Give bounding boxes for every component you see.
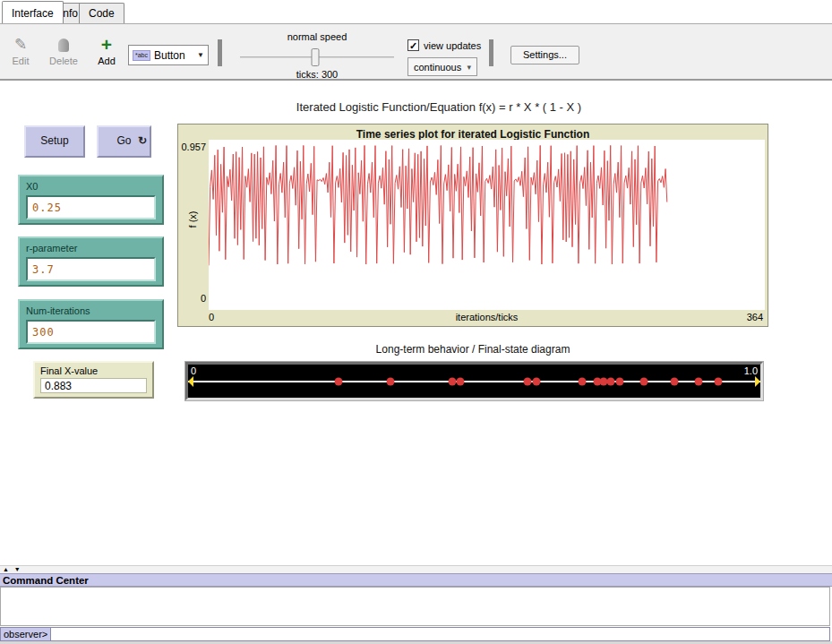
forever-icon: ↻ (138, 127, 147, 155)
view-updates-checkbox[interactable]: ✓ (407, 39, 419, 51)
attractor-dot (671, 377, 679, 385)
r-parameter-label: r-parameter (26, 243, 156, 253)
attractor-dot (714, 377, 722, 385)
netlogo-window: Interface Info Code ✎ Edit Delete + Add … (0, 0, 832, 644)
final-x-value: 0.883 (40, 378, 147, 393)
resize-arrows-icon[interactable]: ▲ ▼ (3, 566, 22, 572)
toolbar: ✎ Edit Delete + Add *abc Button ▼ normal… (0, 23, 832, 81)
chevron-down-icon: ▼ (197, 51, 204, 59)
time-series-plot: Time series plot for iterated Logistic F… (177, 124, 768, 327)
final-state-title: Long-term behavior / Final-state diagram (177, 343, 768, 356)
r-parameter-field[interactable] (26, 257, 156, 281)
model-title: Iterated Logistic Function/Equation f(x)… (18, 100, 832, 114)
x0-label: X0 (26, 181, 156, 192)
command-center-output[interactable] (0, 587, 830, 626)
x-axis-title: iterations/ticks (209, 312, 765, 322)
y-axis-title: f (x) (187, 193, 198, 246)
attractor-dot (694, 377, 702, 385)
x0-field[interactable] (26, 195, 156, 219)
scale-min-label: 0 (191, 365, 196, 376)
x-axis-max-label: 364 (747, 312, 763, 322)
attractor-dot (456, 377, 464, 385)
chevron-down-icon: ▾ (467, 63, 471, 72)
speed-slider[interactable] (240, 48, 394, 66)
right-arrow-icon (755, 376, 760, 387)
go-button[interactable]: Go ↻ (97, 125, 151, 158)
plot-canvas (209, 140, 765, 310)
toolbar-separator (489, 39, 493, 66)
num-iterations-label: Num-iterations (26, 305, 156, 316)
ticks-counter: ticks: 300 (235, 69, 399, 80)
tab-interface[interactable]: Interface (2, 1, 64, 23)
edit-button[interactable]: ✎ Edit (5, 36, 36, 66)
attractor-dot (523, 377, 531, 385)
update-mode-dropdown[interactable]: continuous ▾ (407, 57, 477, 76)
y-axis-min-label: 0 (178, 293, 206, 304)
toolbar-separator (218, 39, 222, 66)
time-series-line (209, 140, 765, 310)
tab-bar: Interface Info Code (0, 0, 832, 23)
num-iterations-field[interactable] (26, 320, 156, 344)
left-arrow-icon (188, 376, 193, 387)
attractor-dot (639, 377, 648, 385)
eraser-icon (45, 36, 82, 54)
final-x-label: Final X-value (40, 365, 147, 376)
command-center-input-row: observer> (0, 627, 830, 641)
widget-type-value: Button (154, 49, 193, 62)
plot-title: Time series plot for iterated Logistic F… (178, 128, 768, 141)
view-updates-label: view updates (424, 40, 481, 51)
input-widget-r-parameter: r-parameter (18, 236, 164, 287)
final-x-monitor: Final X-value 0.883 (33, 361, 154, 399)
tab-code[interactable]: Code (79, 3, 124, 23)
input-widget-x0: X0 (18, 175, 164, 225)
attractor-dot (335, 377, 343, 385)
speed-label: normal speed (235, 31, 399, 42)
add-button[interactable]: + Add (91, 36, 122, 66)
setup-button[interactable]: Setup (24, 125, 85, 158)
view-updates-control: ✓ view updates (407, 39, 481, 51)
attractor-dot (607, 377, 615, 385)
attractor-dot (578, 377, 586, 385)
speed-slider-group: normal speed ticks: 300 (235, 31, 399, 80)
scale-max-label: 1.0 (744, 365, 758, 376)
widget-type-dropdown[interactable]: *abc Button ▼ (128, 45, 209, 65)
settings-button[interactable]: Settings... (510, 46, 579, 64)
attractor-dot (532, 377, 540, 385)
input-widget-num-iterations: Num-iterations (18, 299, 164, 349)
attractor-dot (387, 377, 395, 385)
observer-prompt[interactable]: observer> (0, 627, 51, 641)
plus-icon: + (91, 36, 122, 54)
command-input[interactable] (51, 627, 830, 641)
edit-label: Edit (5, 56, 36, 66)
button-widget-icon: *abc (133, 50, 150, 61)
go-label: Go (116, 134, 131, 147)
delete-label: Delete (45, 56, 82, 66)
y-axis-max-label: 0.957 (178, 142, 206, 152)
pencil-icon: ✎ (5, 36, 36, 54)
add-label: Add (91, 56, 122, 66)
command-center-header: Command Center (0, 573, 832, 587)
slider-handle[interactable] (312, 48, 320, 66)
x-axis: 0 iterations/ticks 364 (209, 312, 765, 325)
command-center-splitter[interactable]: ▲ ▼ (0, 565, 832, 573)
final-state-diagram: 0 1.0 (185, 362, 763, 400)
attractor-dot (616, 377, 624, 385)
delete-button[interactable]: Delete (45, 36, 82, 66)
update-mode-value: continuous (414, 62, 467, 73)
